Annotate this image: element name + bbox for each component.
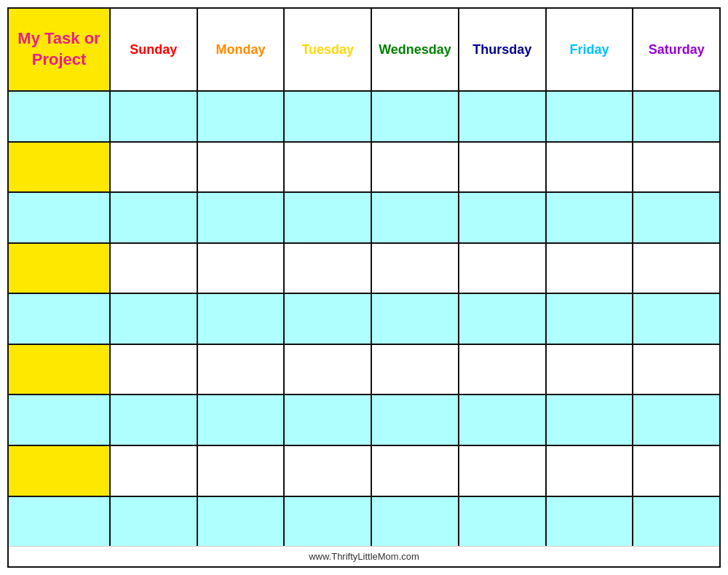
day-cell[interactable] bbox=[459, 193, 547, 242]
day-cell[interactable] bbox=[633, 294, 719, 344]
day-cell[interactable] bbox=[459, 294, 547, 344]
table-row bbox=[9, 294, 719, 345]
day-cell[interactable] bbox=[111, 446, 198, 496]
table-row bbox=[9, 446, 719, 497]
footer-url: www.ThriftyLittleMom.com bbox=[309, 551, 419, 562]
day-cell[interactable] bbox=[459, 446, 547, 496]
data-rows bbox=[9, 92, 719, 546]
day-cell[interactable] bbox=[111, 193, 198, 242]
day-cell[interactable] bbox=[198, 193, 285, 242]
day-cell[interactable] bbox=[547, 497, 634, 547]
day-header-wednesday: Wednesday bbox=[372, 9, 459, 90]
day-header-sunday: Sunday bbox=[111, 9, 198, 90]
day-cell[interactable] bbox=[198, 143, 285, 192]
day-cell[interactable] bbox=[547, 92, 634, 141]
table-row bbox=[9, 143, 719, 194]
day-cell[interactable] bbox=[633, 395, 719, 445]
task-cell[interactable] bbox=[9, 294, 111, 344]
day-cell[interactable] bbox=[111, 244, 198, 293]
day-cell[interactable] bbox=[547, 244, 634, 293]
day-cell[interactable] bbox=[198, 294, 285, 344]
day-header-tuesday: Tuesday bbox=[285, 9, 372, 90]
day-cell[interactable] bbox=[285, 143, 372, 192]
day-cell[interactable] bbox=[285, 395, 372, 445]
task-cell[interactable] bbox=[9, 193, 111, 242]
day-cell[interactable] bbox=[198, 395, 285, 445]
day-cell[interactable] bbox=[111, 395, 198, 445]
day-cell[interactable] bbox=[547, 446, 634, 496]
day-cell[interactable] bbox=[372, 497, 459, 547]
day-cell[interactable] bbox=[111, 143, 198, 192]
day-cell[interactable] bbox=[285, 244, 372, 293]
task-cell[interactable] bbox=[9, 395, 111, 445]
day-cell[interactable] bbox=[198, 446, 285, 496]
task-cell[interactable] bbox=[9, 497, 111, 547]
task-cell[interactable] bbox=[9, 244, 111, 293]
page-wrapper: My Task or Project Sunday Monday Tuesday… bbox=[7, 7, 721, 568]
footer: www.ThriftyLittleMom.com bbox=[9, 546, 719, 566]
day-cell[interactable] bbox=[547, 395, 634, 445]
day-cell[interactable] bbox=[547, 193, 634, 242]
day-cell[interactable] bbox=[633, 446, 719, 496]
table-row bbox=[9, 92, 719, 143]
table-row bbox=[9, 244, 719, 295]
day-cell[interactable] bbox=[285, 92, 372, 141]
day-header-friday: Friday bbox=[547, 9, 634, 90]
day-cell[interactable] bbox=[459, 92, 547, 141]
day-cell[interactable] bbox=[111, 345, 198, 394]
table-row bbox=[9, 497, 719, 547]
table-row bbox=[9, 395, 719, 446]
day-cell[interactable] bbox=[285, 193, 372, 242]
task-cell[interactable] bbox=[9, 345, 111, 394]
table-row bbox=[9, 345, 719, 396]
day-cell[interactable] bbox=[459, 345, 547, 394]
day-cell[interactable] bbox=[633, 345, 719, 394]
day-cell[interactable] bbox=[372, 294, 459, 344]
weekly-chart: My Task or Project Sunday Monday Tuesday… bbox=[9, 9, 719, 546]
day-cell[interactable] bbox=[198, 92, 285, 141]
day-cell[interactable] bbox=[198, 497, 285, 547]
table-row bbox=[9, 193, 719, 244]
day-cell[interactable] bbox=[633, 497, 719, 547]
day-cell[interactable] bbox=[633, 143, 719, 192]
day-cell[interactable] bbox=[372, 244, 459, 293]
day-cell[interactable] bbox=[111, 294, 198, 344]
day-cell[interactable] bbox=[198, 345, 285, 394]
day-cell[interactable] bbox=[285, 345, 372, 394]
day-cell[interactable] bbox=[372, 345, 459, 394]
day-header-monday: Monday bbox=[198, 9, 285, 90]
task-cell[interactable] bbox=[9, 143, 111, 192]
day-cell[interactable] bbox=[633, 244, 719, 293]
day-cell[interactable] bbox=[285, 446, 372, 496]
day-cell[interactable] bbox=[459, 244, 547, 293]
day-cell[interactable] bbox=[372, 395, 459, 445]
day-cell[interactable] bbox=[459, 395, 547, 445]
day-cell[interactable] bbox=[372, 143, 459, 192]
task-label-line1: My Task or bbox=[17, 29, 100, 47]
day-cell[interactable] bbox=[372, 92, 459, 141]
day-cell[interactable] bbox=[633, 92, 719, 141]
task-header-text: My Task or Project bbox=[17, 28, 100, 70]
task-cell[interactable] bbox=[9, 92, 111, 141]
day-cell[interactable] bbox=[198, 244, 285, 293]
day-cell[interactable] bbox=[633, 193, 719, 242]
task-label-line2: Project bbox=[32, 50, 87, 68]
day-cell[interactable] bbox=[285, 294, 372, 344]
day-cell[interactable] bbox=[111, 497, 198, 547]
day-cell[interactable] bbox=[547, 345, 634, 394]
day-cell[interactable] bbox=[547, 294, 634, 344]
day-cell[interactable] bbox=[372, 446, 459, 496]
task-cell[interactable] bbox=[9, 446, 111, 496]
header-row: My Task or Project Sunday Monday Tuesday… bbox=[9, 9, 719, 92]
day-cell[interactable] bbox=[372, 193, 459, 242]
day-header-saturday: Saturday bbox=[633, 9, 719, 90]
day-cell[interactable] bbox=[285, 497, 372, 547]
day-cell[interactable] bbox=[459, 497, 547, 547]
day-header-thursday: Thursday bbox=[459, 9, 547, 90]
day-cell[interactable] bbox=[547, 143, 634, 192]
day-cell[interactable] bbox=[111, 92, 198, 141]
task-header-cell: My Task or Project bbox=[9, 9, 111, 90]
day-cell[interactable] bbox=[459, 143, 547, 192]
